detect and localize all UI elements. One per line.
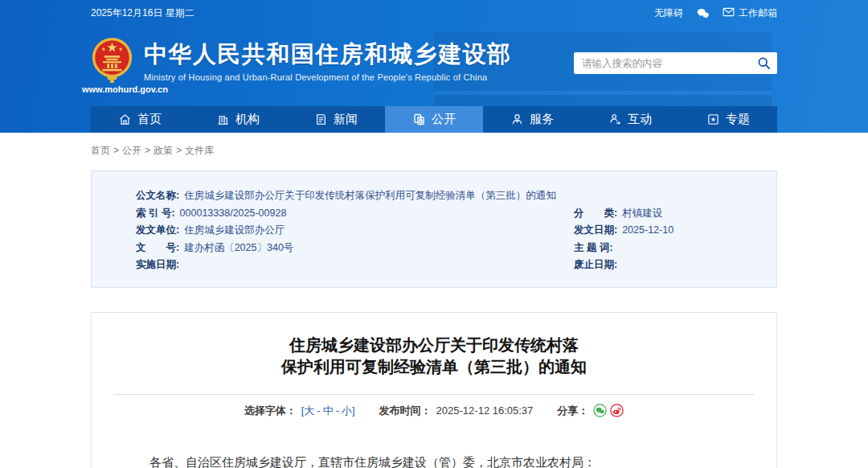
nav-item-home[interactable]: 首页 bbox=[91, 106, 189, 133]
wechat-icon[interactable] bbox=[696, 7, 710, 19]
meta-label: 分 类: bbox=[574, 207, 617, 219]
nav-item-topics[interactable]: 专题 bbox=[679, 106, 777, 133]
publish-time-value: 2025-12-12 16:05:37 bbox=[436, 404, 534, 417]
home-icon bbox=[118, 113, 132, 126]
breadcrumb: 首页>公开>政策>文件库 bbox=[91, 144, 777, 158]
weibo-share-icon[interactable] bbox=[610, 404, 624, 417]
top-utility-bar: 2025年12月16日 星期二 无障碍 bbox=[91, 0, 777, 27]
service-icon bbox=[510, 113, 524, 126]
meta-row-doc-number: 文 号:建办村函〔2025〕340号 bbox=[136, 240, 547, 257]
site-header: 2025年12月16日 星期二 无障碍 bbox=[0, 0, 868, 133]
meta-value: 000013338/2025-00928 bbox=[180, 207, 287, 219]
meta-row-issue-date: 发文日期:2025-12-10 bbox=[574, 222, 776, 240]
article-title-line2: 保护利用可复制经验清单（第三批）的通知 bbox=[281, 358, 587, 376]
meta-row-index-number: 索 引 号:000013338/2025-00928 bbox=[136, 205, 547, 223]
meta-value: 建办村函〔2025〕340号 bbox=[184, 242, 293, 253]
search-area bbox=[574, 52, 777, 74]
search-icon[interactable] bbox=[756, 56, 771, 71]
meta-row-repeal-date: 废止日期: bbox=[574, 257, 776, 274]
font-size-large-button[interactable]: 大 bbox=[304, 404, 314, 417]
mailbox-label: 工作邮箱 bbox=[739, 6, 777, 20]
meta-row-implementation-date: 实施日期: bbox=[136, 257, 547, 274]
meta-row-category: 分 类:村镇建设 bbox=[574, 205, 776, 223]
mail-icon bbox=[723, 7, 735, 19]
accessibility-link[interactable]: 无障碍 bbox=[654, 6, 683, 20]
meta-column-left: 公文名称:住房城乡建设部办公厅关于印发传统村落保护利用可复制经验清单（第三批）的… bbox=[92, 187, 547, 274]
publish-time-label: 发布时间： bbox=[379, 404, 432, 418]
search-box bbox=[574, 52, 777, 74]
breadcrumb-home[interactable]: 首页 bbox=[91, 145, 110, 156]
article-title: 住房城乡建设部办公厅关于印发传统村落 保护利用可复制经验清单（第三批）的通知 bbox=[92, 335, 776, 378]
search-input[interactable] bbox=[582, 58, 756, 69]
breadcrumb-separator: > bbox=[145, 145, 150, 156]
breadcrumb-separator: > bbox=[176, 145, 182, 156]
current-date: 2025年12月16日 星期二 bbox=[91, 6, 194, 20]
disclosure-icon bbox=[412, 113, 426, 126]
meta-label: 发文单位: bbox=[136, 224, 179, 236]
china-national-emblem-icon bbox=[91, 37, 133, 84]
meta-value: 村镇建设 bbox=[622, 207, 662, 219]
interaction-icon bbox=[608, 113, 622, 126]
meta-spacer bbox=[574, 187, 776, 205]
meta-label: 索 引 号: bbox=[136, 207, 175, 219]
meta-label: 实施日期: bbox=[136, 259, 179, 270]
site-title: 中华人民共和国住房和城乡建设部 bbox=[144, 40, 512, 68]
organization-icon bbox=[216, 113, 230, 126]
font-size-separator: - bbox=[336, 404, 339, 417]
meta-value: 住房城乡建设部办公厅关于印发传统村落保护利用可复制经验清单（第三批）的通知 bbox=[184, 190, 556, 201]
breadcrumb-library[interactable]: 文件库 bbox=[185, 145, 214, 156]
nav-label: 服务 bbox=[530, 112, 554, 127]
font-size-medium-button[interactable]: 中 bbox=[323, 404, 334, 417]
nav-label: 新闻 bbox=[334, 112, 358, 127]
meta-label: 主 题 词: bbox=[574, 242, 613, 253]
nav-label: 互动 bbox=[628, 112, 652, 127]
meta-value: 2025-12-10 bbox=[622, 224, 674, 236]
meta-row-subject-words: 主 题 词: bbox=[574, 240, 776, 257]
meta-row-issuing-unit: 发文单位:住房城乡建设部办公厅 bbox=[136, 222, 547, 240]
header-main: 中华人民共和国住房和城乡建设部 Ministry of Housing and … bbox=[91, 27, 777, 106]
meta-label: 废止日期: bbox=[574, 259, 617, 270]
share-icons bbox=[593, 404, 624, 417]
site-brand[interactable]: 中华人民共和国住房和城乡建设部 Ministry of Housing and … bbox=[91, 27, 512, 84]
wechat-share-icon[interactable] bbox=[593, 404, 607, 417]
title-divider bbox=[114, 394, 754, 395]
meta-label: 文 号: bbox=[136, 242, 179, 253]
nav-item-service[interactable]: 服务 bbox=[483, 106, 581, 133]
primary-nav: 首页 机构 新闻 bbox=[91, 106, 777, 133]
font-size-selector: [大-中-小] bbox=[301, 404, 355, 418]
nav-label: 首页 bbox=[137, 112, 162, 127]
meta-column-right: 分 类:村镇建设 发文日期:2025-12-10 主 题 词: 废止日期: bbox=[547, 187, 776, 274]
work-mailbox-link[interactable]: 工作邮箱 bbox=[723, 6, 777, 20]
nav-item-news[interactable]: 新闻 bbox=[287, 106, 385, 133]
document-meta-box: 公文名称:住房城乡建设部办公厅关于印发传统村落保护利用可复制经验清单（第三批）的… bbox=[91, 170, 777, 288]
article-card: 住房城乡建设部办公厅关于印发传统村落 保护利用可复制经验清单（第三批）的通知 选… bbox=[91, 312, 777, 468]
meta-label: 发文日期: bbox=[574, 224, 617, 236]
breadcrumb-separator: > bbox=[113, 145, 119, 156]
nav-item-interaction[interactable]: 互动 bbox=[581, 106, 679, 133]
share-label: 分享： bbox=[557, 404, 588, 418]
breadcrumb-disclosure[interactable]: 公开 bbox=[122, 145, 141, 156]
bracket-close: ] bbox=[352, 404, 355, 417]
meta-value: 住房城乡建设部办公厅 bbox=[184, 224, 285, 236]
topics-icon bbox=[706, 113, 720, 126]
font-size-small-button[interactable]: 小 bbox=[342, 404, 352, 417]
accessibility-label: 无障碍 bbox=[654, 6, 683, 20]
article-title-line1: 住房城乡建设部办公厅关于印发传统村落 bbox=[289, 336, 579, 354]
site-url: www.mohurd.gov.cn bbox=[82, 84, 168, 94]
font-size-separator: - bbox=[317, 404, 320, 417]
nav-item-organization[interactable]: 机构 bbox=[189, 106, 287, 133]
nav-item-disclosure[interactable]: 公开 bbox=[385, 106, 483, 133]
news-icon bbox=[314, 113, 328, 126]
article-meta-row: 选择字体： [大-中-小] 发布时间： 2025-12-12 16:05:37 … bbox=[92, 404, 776, 418]
nav-label: 专题 bbox=[726, 112, 750, 127]
nav-label: 机构 bbox=[235, 112, 260, 127]
meta-row-doc-name: 公文名称:住房城乡建设部办公厅关于印发传统村落保护利用可复制经验清单（第三批）的… bbox=[136, 187, 547, 205]
article-body-paragraph: 各省、自治区住房城乡建设厅，直辖市住房城乡建设（管）委，北京市农业农村局： bbox=[92, 452, 776, 468]
site-subtitle-en: Ministry of Housing and Urban-Rural Deve… bbox=[144, 72, 512, 82]
font-size-label: 选择字体： bbox=[244, 404, 297, 418]
meta-label: 公文名称: bbox=[136, 190, 179, 201]
nav-label: 公开 bbox=[432, 112, 456, 127]
breadcrumb-policy[interactable]: 政策 bbox=[154, 145, 173, 156]
